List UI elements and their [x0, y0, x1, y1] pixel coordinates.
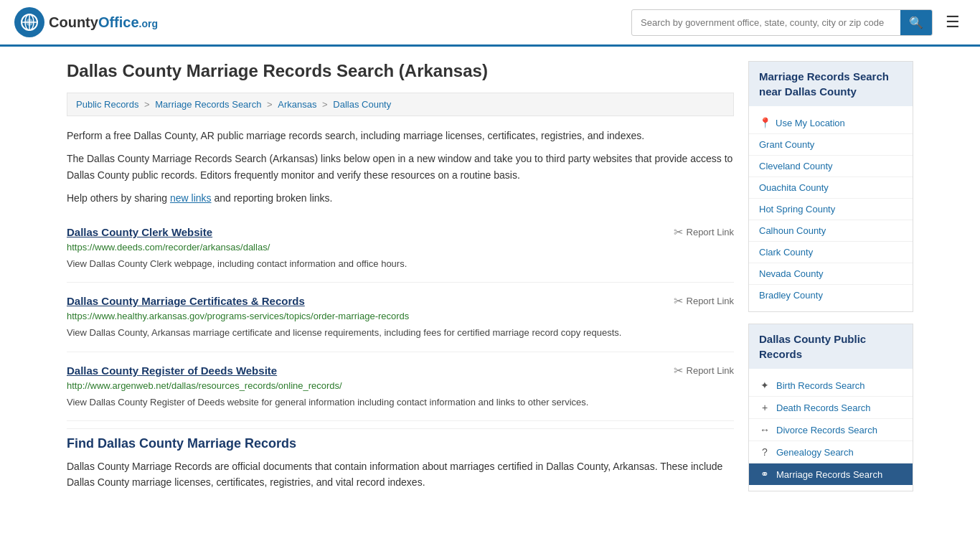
breadcrumb-dallas-county[interactable]: Dallas County — [333, 99, 391, 110]
use-location[interactable]: 📍 Use My Location — [749, 112, 913, 134]
marriage-records-icon: ⚭ — [759, 468, 771, 480]
sidebar-marriage-records[interactable]: ⚭ Marriage Records Search — [749, 463, 913, 485]
genealogy-label: Genealogy Search — [776, 447, 854, 458]
record-header-2: Dallas County Marriage Certificates & Re… — [67, 294, 734, 308]
record-item-3: Dallas County Register of Deeds Website … — [67, 352, 734, 422]
logo-icon — [14, 7, 44, 37]
public-records-body: ✦ Birth Records Search + Death Records S… — [749, 369, 913, 491]
search-button[interactable]: 🔍 — [900, 10, 932, 35]
report-icon-2: ✂ — [674, 294, 683, 308]
pin-icon: 📍 — [759, 117, 771, 128]
sidebar-nevada-county[interactable]: Nevada County — [749, 263, 913, 285]
main-content: Dallas County Marriage Records Search (A… — [67, 61, 734, 503]
divorce-records-icon: ↔ — [759, 424, 771, 435]
intro-p3-post: and reporting broken links. — [212, 192, 333, 204]
menu-button[interactable]: ☰ — [940, 10, 966, 34]
breadcrumb-public-records[interactable]: Public Records — [76, 99, 138, 110]
nearby-counties-heading: Marriage Records Search near Dallas Coun… — [749, 62, 913, 106]
report-link-label-3: Report Link — [687, 365, 734, 376]
breadcrumb-sep-2: > — [267, 99, 275, 110]
report-link-2[interactable]: ✂ Report Link — [674, 294, 734, 308]
record-url-1[interactable]: https://www.deeds.com/recorder/arkansas/… — [67, 242, 734, 253]
sidebar-death-records[interactable]: + Death Records Search — [749, 397, 913, 419]
report-link-label-1: Report Link — [687, 227, 734, 237]
page-container: Dallas County Marriage Records Search (A… — [52, 47, 928, 517]
search-icon: 🔍 — [909, 17, 923, 29]
breadcrumb-sep-1: > — [144, 99, 152, 110]
sidebar-clark-county[interactable]: Clark County — [749, 242, 913, 263]
death-records-icon: + — [759, 402, 771, 413]
sidebar-genealogy[interactable]: ? Genealogy Search — [749, 441, 913, 463]
header-right: 🔍 ☰ — [631, 9, 966, 36]
sidebar-hot-spring-county[interactable]: Hot Spring County — [749, 199, 913, 220]
nearby-counties-card: Marriage Records Search near Dallas Coun… — [748, 61, 913, 312]
record-url-2[interactable]: https://www.healthy.arkansas.gov/program… — [67, 311, 734, 321]
breadcrumb-marriage-records[interactable]: Marriage Records Search — [155, 99, 261, 110]
public-records-heading: Dallas County Public Records — [749, 324, 913, 369]
nearby-counties-body: 📍 Use My Location Grant County Cleveland… — [749, 106, 913, 311]
intro-p3-pre: Help others by sharing — [67, 192, 170, 204]
report-icon-1: ✂ — [674, 225, 683, 239]
find-section-heading: Find Dallas County Marriage Records — [67, 428, 734, 458]
sidebar-ouachita-county[interactable]: Ouachita County — [749, 177, 913, 199]
record-header-3: Dallas County Register of Deeds Website … — [67, 364, 734, 377]
record-title-1[interactable]: Dallas County Clerk Website — [67, 226, 212, 238]
hamburger-icon: ☰ — [946, 13, 960, 31]
record-header-1: Dallas County Clerk Website ✂ Report Lin… — [67, 225, 734, 239]
breadcrumb: Public Records > Marriage Records Search… — [67, 93, 734, 116]
record-desc-3: View Dallas County Register of Deeds web… — [67, 395, 734, 410]
record-title-2[interactable]: Dallas County Marriage Certificates & Re… — [67, 295, 305, 307]
logo-text: CountyOffice.org — [49, 14, 158, 30]
breadcrumb-arkansas[interactable]: Arkansas — [278, 99, 316, 110]
death-records-label: Death Records Search — [776, 402, 871, 413]
birth-records-icon: ✦ — [759, 380, 771, 391]
record-item-2: Dallas County Marriage Certificates & Re… — [67, 283, 734, 352]
site-header: CountyOffice.org 🔍 ☰ — [0, 0, 980, 47]
find-section-desc: Dallas County Marriage Records are offic… — [67, 458, 734, 491]
intro-paragraph-2: The Dallas County Marriage Records Searc… — [67, 151, 734, 183]
sidebar-grant-county[interactable]: Grant County — [749, 134, 913, 156]
search-bar: 🔍 — [631, 9, 933, 36]
sidebar: Marriage Records Search near Dallas Coun… — [748, 61, 913, 503]
report-link-1[interactable]: ✂ Report Link — [674, 225, 734, 239]
sidebar-calhoun-county[interactable]: Calhoun County — [749, 220, 913, 242]
new-links[interactable]: new links — [170, 192, 212, 204]
use-location-link[interactable]: Use My Location — [776, 118, 845, 128]
report-icon-3: ✂ — [674, 364, 683, 377]
divorce-records-label: Divorce Records Search — [776, 425, 877, 435]
record-desc-2: View Dallas County, Arkansas marriage ce… — [67, 326, 734, 340]
record-url-3[interactable]: http://www.argenweb.net/dallas/resources… — [67, 380, 734, 391]
public-records-card: Dallas County Public Records ✦ Birth Rec… — [748, 324, 913, 491]
sidebar-bradley-county[interactable]: Bradley County — [749, 285, 913, 306]
sidebar-birth-records[interactable]: ✦ Birth Records Search — [749, 375, 913, 397]
genealogy-icon: ? — [759, 446, 771, 458]
breadcrumb-sep-3: > — [322, 99, 330, 110]
report-link-3[interactable]: ✂ Report Link — [674, 364, 734, 377]
search-input[interactable] — [632, 11, 900, 34]
intro-paragraph-3: Help others by sharing new links and rep… — [67, 190, 734, 206]
sidebar-divorce-records[interactable]: ↔ Divorce Records Search — [749, 419, 913, 441]
record-title-3[interactable]: Dallas County Register of Deeds Website — [67, 364, 277, 377]
logo[interactable]: CountyOffice.org — [14, 7, 158, 37]
report-link-label-2: Report Link — [687, 296, 734, 306]
birth-records-label: Birth Records Search — [776, 380, 865, 391]
sidebar-cleveland-county[interactable]: Cleveland County — [749, 156, 913, 177]
record-desc-1: View Dallas County Clerk webpage, includ… — [67, 257, 734, 271]
intro-paragraph-1: Perform a free Dallas County, AR public … — [67, 128, 734, 143]
marriage-records-label: Marriage Records Search — [776, 469, 882, 480]
record-item-1: Dallas County Clerk Website ✂ Report Lin… — [67, 214, 734, 283]
page-title: Dallas County Marriage Records Search (A… — [67, 61, 734, 81]
